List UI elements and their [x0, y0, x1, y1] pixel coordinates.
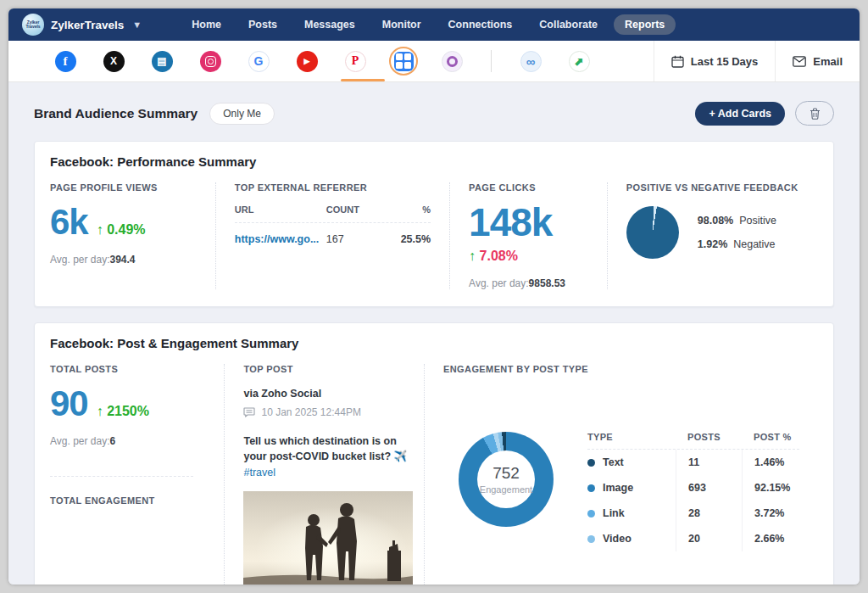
referrer-pct: 25.5%	[392, 233, 431, 245]
nav-item-reports[interactable]: Reports	[614, 14, 676, 35]
performance-summary-card: Facebook: Performance Summary PAGE PROFI…	[34, 141, 834, 307]
top-post-via: via Zoho Social	[243, 388, 405, 400]
channel-toolbar: f X ▤ G ▶ P ∞ ⬈ Last 15 Days	[8, 41, 860, 82]
green-network-icon[interactable]: ⬈	[565, 47, 593, 76]
engagement-total: 752	[492, 464, 520, 483]
table-row: Link 28 3.72%	[587, 501, 799, 526]
table-row: Text 11 1.46%	[587, 450, 799, 475]
legend-dot-text	[587, 459, 595, 467]
channel-divider	[491, 50, 492, 72]
page-profile-views-metric: PAGE PROFILE VIEWS 6k 0.49% Avg. per day…	[50, 182, 215, 289]
nav-item-posts[interactable]: Posts	[237, 14, 288, 35]
date-range-button[interactable]: Last 15 Days	[654, 41, 776, 81]
visibility-pill[interactable]: Only Me	[209, 103, 275, 125]
referrer-label: TOP EXTERNAL REFERRER	[235, 182, 431, 193]
feedback-legend: 98.08% Positive 1.92% Negative	[698, 215, 776, 250]
nav-item-monitor[interactable]: Monitor	[371, 14, 432, 35]
brand-logo-icon: Zylker Travels	[22, 14, 44, 36]
facebook-icon[interactable]: f	[51, 47, 80, 76]
nav-item-connections[interactable]: Connections	[437, 14, 524, 35]
top-post-hashtag[interactable]: #travel	[243, 467, 275, 478]
referrer-url-link[interactable]: https://www.go...	[235, 233, 320, 245]
instagram-icon[interactable]	[196, 47, 225, 76]
top-navbar: Zylker Travels ZylkerTravels ▼ Home Post…	[8, 8, 860, 41]
legend-dot-video	[587, 535, 595, 543]
total-posts-value: 90	[50, 386, 88, 422]
envelope-icon	[793, 56, 806, 67]
x-twitter-icon[interactable]: X	[99, 47, 128, 76]
toolbar-right: Last 15 Days Email	[654, 41, 860, 81]
total-posts-change: 2150%	[107, 404, 149, 418]
referrer-row: https://www.go... 167 25.5%	[235, 223, 431, 245]
up-arrow-icon	[97, 404, 103, 418]
page-clicks-value: 148k	[469, 203, 588, 242]
page-title: Brand Audience Summary	[34, 106, 198, 121]
delete-dashboard-button[interactable]	[795, 101, 834, 126]
report-content: Brand Audience Summary Only Me + Add Car…	[8, 82, 860, 585]
engagement-donut-chart: 752 Engagement	[459, 432, 554, 527]
screenshot-frame: Zylker Travels ZylkerTravels ▼ Home Post…	[0, 0, 868, 593]
pinterest-icon[interactable]: P	[341, 47, 370, 76]
link-network-icon[interactable]: ∞	[516, 47, 545, 76]
section-divider	[50, 476, 193, 477]
card1-title: Facebook: Performance Summary	[50, 154, 818, 169]
engagement-by-post-type: ENGAGEMENT BY POST TYPE 752 Engagement	[424, 364, 818, 585]
referrer-count: 167	[326, 233, 379, 245]
profile-views-value: 6k	[50, 204, 88, 240]
youtube-icon[interactable]: ▶	[292, 47, 321, 76]
top-post-label: TOP POST	[243, 364, 405, 374]
post-engagement-card: Facebook: Post & Engagement Summary TOTA…	[34, 322, 834, 585]
referrer-col-url: URL	[235, 204, 326, 215]
total-posts-label: TOTAL POSTS	[50, 364, 205, 374]
page-clicks-change: 7.08%	[480, 249, 518, 263]
email-label: Email	[813, 55, 843, 68]
trash-icon	[810, 108, 821, 120]
calendar-icon	[671, 55, 684, 68]
app-window: Zylker Travels ZylkerTravels ▼ Home Post…	[8, 8, 860, 585]
top-post-section: TOP POST via Zoho Social 10 Jan 2025 12:…	[224, 364, 424, 585]
engagement-label: ENGAGEMENT BY POST TYPE	[443, 364, 799, 374]
profile-views-change: 0.49%	[107, 222, 145, 237]
google-business-icon[interactable]: G	[244, 47, 273, 76]
up-arrow-icon	[97, 222, 103, 237]
chevron-down-icon: ▼	[132, 20, 142, 30]
nav-item-home[interactable]: Home	[181, 14, 232, 35]
total-posts-metric: TOTAL POSTS 90 2150% Avg. per day:6 TOTA…	[50, 364, 224, 585]
page-clicks-label: PAGE CLICKS	[469, 182, 588, 193]
page-clicks-metric: PAGE CLICKS 148k 7.08% Avg. per day:9858…	[449, 182, 607, 289]
card2-title: Facebook: Post & Engagement Summary	[50, 336, 818, 350]
page-header: Brand Audience Summary Only Me + Add Car…	[34, 101, 834, 126]
post-bubble-icon	[243, 407, 255, 417]
feedback-metric: POSITIVE VS NEGATIVE FEEDBACK 98.08% Pos…	[607, 182, 818, 289]
total-posts-avg: Avg. per day:6	[50, 435, 205, 447]
engagement-table: TYPE POSTS POST % Text 11 1.46%	[587, 432, 799, 551]
channel-list: f X ▤ G ▶ P ∞ ⬈	[51, 41, 593, 81]
referrer-col-pct: %	[392, 204, 431, 215]
profile-views-label: PAGE PROFILE VIEWS	[50, 182, 197, 193]
legend-dot-image	[587, 484, 595, 492]
add-cards-button[interactable]: + Add Cards	[695, 102, 785, 126]
app-grid-icon-selected[interactable]	[389, 47, 418, 76]
feedback-label: POSITIVE VS NEGATIVE FEEDBACK	[626, 182, 799, 193]
nav-item-messages[interactable]: Messages	[293, 14, 366, 35]
date-range-label: Last 15 Days	[691, 55, 759, 68]
referrer-col-count: COUNT	[326, 204, 379, 215]
top-post-text: Tell us which destination is on your pos…	[243, 434, 413, 464]
email-button[interactable]: Email	[775, 41, 860, 81]
purple-network-icon[interactable]	[437, 47, 466, 76]
linkedin-page-icon[interactable]: ▤	[147, 47, 176, 76]
brand-switcher[interactable]: Zylker Travels ZylkerTravels ▼	[22, 14, 142, 36]
table-row: Video 20 2.66%	[587, 526, 799, 551]
total-engagement-label: TOTAL ENGAGEMENT	[50, 495, 205, 506]
selected-channel-underline	[341, 79, 385, 81]
legend-dot-link	[587, 510, 595, 517]
header-actions: + Add Cards	[695, 101, 834, 126]
referrer-table: URL COUNT % https://www.go... 167 25.5%	[235, 204, 431, 245]
nav-menu: Home Posts Messages Monitor Connections …	[181, 14, 676, 35]
brand-name: ZylkerTravels	[51, 19, 124, 31]
engagement-col-type: TYPE	[587, 432, 676, 442]
top-post-date: 10 Jan 2025 12:44PM	[261, 406, 360, 418]
nav-item-collaborate[interactable]: Collaborate	[528, 14, 609, 35]
page-clicks-avg: Avg. per day:9858.53	[469, 277, 588, 289]
table-row: Image 693 92.15%	[587, 475, 799, 501]
